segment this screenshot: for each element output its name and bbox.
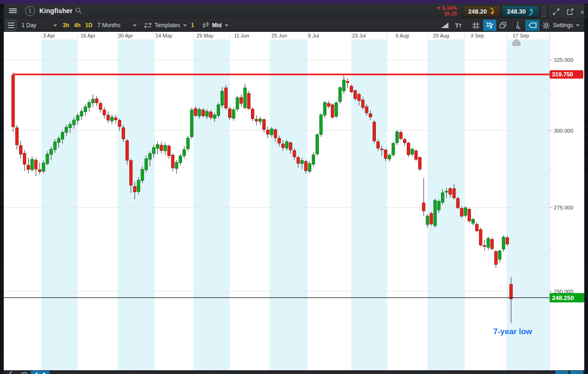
expand-arrows-icon [553,8,559,15]
candle [274,130,277,138]
zoom-circle-icon[interactable] [20,371,30,374]
close-button[interactable]: × [578,6,587,18]
range-value: 7 Months [97,22,120,29]
candle [251,109,254,119]
candle [179,156,182,163]
workspace-link-button[interactable]: 1 [23,5,37,17]
templates-label: Templates [154,22,180,29]
text-tool-button[interactable]: TT [455,20,462,31]
price-mode-dropdown[interactable]: Mid [202,20,228,31]
candle [286,142,288,148]
settings-label: Settings [553,22,573,29]
quick-interval-3h[interactable]: 3h [63,20,69,31]
window-top-edge [0,0,588,4]
hamburger-menu-button[interactable] [6,5,20,17]
candle [479,230,482,245]
candle [456,198,459,208]
candle [137,180,140,192]
candle [99,104,102,110]
candle [221,91,224,105]
candle [419,157,421,169]
candle [494,252,497,265]
depth-tool-button[interactable] [514,20,521,31]
date-label: 3 Apr [43,33,55,38]
panel-button-1[interactable] [555,371,568,374]
settings-dropdown[interactable]: Settings [542,20,580,31]
candle [388,155,391,159]
layers-icon [499,22,507,29]
left-edge-panel[interactable] [0,4,4,374]
candle [365,107,368,113]
external-link-icon [567,8,573,15]
maximize-button[interactable] [550,6,563,18]
price-axis[interactable] [550,32,584,370]
chevron-down-icon [225,24,228,27]
date-label: 23 Jul [352,33,366,38]
candle [191,110,193,137]
candle [145,159,147,170]
candle [183,150,185,156]
right-edge-panel[interactable] [584,4,588,374]
search-icon [75,7,82,15]
candle [198,109,201,116]
range-dropdown[interactable]: 7 Months [97,20,137,31]
grid-tool-button[interactable] [472,20,480,31]
multiplier-button[interactable]: 1 [191,20,194,31]
candlestick-chart[interactable]: 325.000300.000275.000250.000319.750248.2… [4,32,584,370]
candle [88,103,90,107]
quick-interval-1d[interactable]: 1D [85,20,92,31]
label-tool-button-active[interactable] [525,20,539,31]
buy-price-button[interactable]: 248.30 [502,5,539,17]
gear-icon [542,22,550,30]
panel-button-2[interactable] [570,371,583,374]
sell-price-button[interactable]: 248.20 [463,5,501,17]
candle [42,163,45,172]
workspace-number-icon: 1 [25,6,35,16]
candle [323,103,326,115]
candle [259,119,262,122]
interval-value: 1 Day [22,22,36,29]
candle [236,97,239,109]
draw-tool-button-active[interactable] [483,20,496,31]
candle [293,150,296,157]
time-band [41,39,78,370]
candle [92,99,95,103]
date-label: 3 Sep [470,33,484,38]
candle [289,143,292,150]
candle [80,112,83,116]
candle [510,284,513,299]
quick-interval-4h[interactable]: 4h [74,20,81,31]
chevron-down-icon [133,24,137,27]
chart-area[interactable]: 325.000300.000275.000250.000319.750248.2… [4,32,584,370]
time-band [507,39,550,370]
candle [202,110,205,116]
watchlist-button[interactable] [6,20,16,31]
promote-arrows-button[interactable] [31,371,50,374]
candle [483,246,486,247]
angle-tool-button[interactable] [441,20,448,31]
trading-platform-window: 1 Kingfisher ▼ 6.14% 16.25 248.20 248.30 [0,0,588,374]
plumb-line-icon [514,21,521,30]
price-mode-value: Mid [212,22,222,29]
candle [19,145,22,154]
hamburger-icon [9,7,17,14]
grid-icon [472,22,480,30]
panel-drag-grip[interactable] [540,6,547,17]
popout-button[interactable] [564,6,577,18]
candle [263,120,265,129]
candle [282,144,285,148]
buy-price: 248.30 [507,8,526,15]
candle [361,100,364,107]
draw-pen-icon[interactable] [6,371,18,374]
close-icon: × [581,8,585,16]
candle [31,159,34,170]
templates-dropdown[interactable]: Templates [144,20,187,31]
candle [399,132,402,138]
cascade-windows-button[interactable] [499,20,507,31]
candle [27,165,29,169]
candle [206,112,208,116]
candle [156,144,159,148]
search-button[interactable] [74,5,83,17]
interval-dropdown[interactable]: 1 Day [22,20,57,31]
axis-label: 275.000 [554,205,573,210]
